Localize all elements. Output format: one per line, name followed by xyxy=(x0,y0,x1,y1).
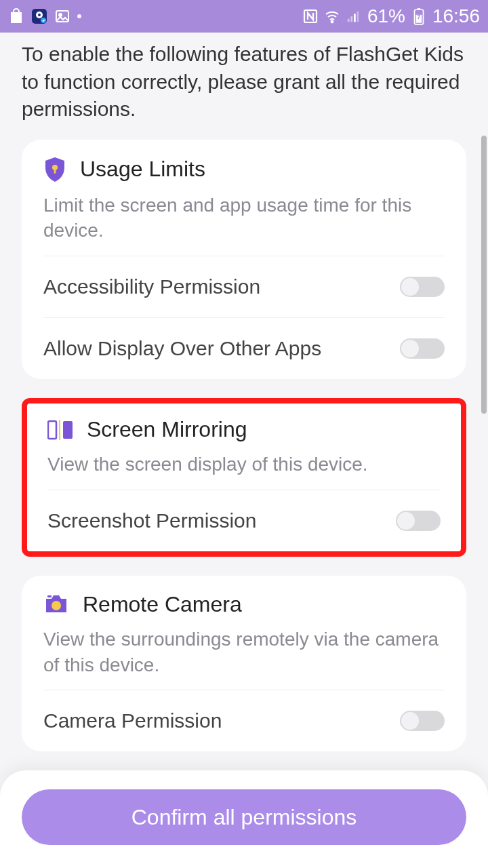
status-right: 61% 7 16:56 xyxy=(302,5,480,27)
svg-rect-18 xyxy=(48,421,56,439)
toggle-off[interactable] xyxy=(400,711,445,731)
svg-rect-13 xyxy=(418,8,420,10)
perm-display-over-row[interactable]: Allow Display Over Other Apps xyxy=(43,318,445,374)
toggle-off[interactable] xyxy=(400,338,445,359)
scrollbar-thumb[interactable] xyxy=(481,136,487,414)
card-remote-camera: Remote Camera View the surroundings remo… xyxy=(22,576,466,752)
svg-rect-20 xyxy=(63,421,73,439)
bottom-sheet: Confirm all permissions xyxy=(0,770,488,868)
app-badge-icon xyxy=(31,8,47,24)
card-title: Usage Limits xyxy=(80,157,205,182)
svg-rect-9 xyxy=(350,16,352,22)
perm-label: Allow Display Over Other Apps xyxy=(43,337,321,360)
toggle-off[interactable] xyxy=(396,511,441,531)
card-desc: View the surroundings remotely via the c… xyxy=(43,627,445,691)
permissions-scroll[interactable]: Usage Limits Limit the screen and app us… xyxy=(0,140,488,869)
mirror-icon xyxy=(47,418,73,441)
svg-point-21 xyxy=(52,601,61,610)
svg-rect-8 xyxy=(348,19,350,22)
card-usage-limits: Usage Limits Limit the screen and app us… xyxy=(22,140,466,380)
signal-icon xyxy=(346,8,362,24)
card-desc: Limit the screen and app usage time for … xyxy=(43,193,445,257)
status-bar: 61% 7 16:56 xyxy=(0,0,488,33)
more-indicator-icon xyxy=(77,14,81,18)
battery-percent: 61% xyxy=(367,5,405,27)
svg-rect-19 xyxy=(59,420,60,440)
svg-rect-10 xyxy=(354,14,356,22)
svg-point-2 xyxy=(38,14,41,16)
wifi-icon xyxy=(324,8,340,24)
perm-label: Screenshot Permission xyxy=(47,509,256,532)
confirm-all-button[interactable]: Confirm all permissions xyxy=(22,789,466,845)
svg-rect-17 xyxy=(54,169,56,174)
card-title: Remote Camera xyxy=(83,592,242,617)
card-screen-mirroring: Screen Mirroring View the screen display… xyxy=(22,398,466,557)
gallery-icon xyxy=(54,8,70,24)
card-title: Screen Mirroring xyxy=(87,417,247,442)
intro-text: To enable the following features of Flas… xyxy=(0,33,488,140)
svg-text:7: 7 xyxy=(418,14,421,20)
bag-icon xyxy=(8,8,24,24)
perm-camera-row[interactable]: Camera Permission xyxy=(43,690,445,746)
battery-icon: 7 xyxy=(411,8,427,24)
nfc-icon xyxy=(302,8,319,24)
shield-icon xyxy=(43,156,66,183)
status-left-icons xyxy=(8,8,81,24)
perm-label: Camera Permission xyxy=(43,709,222,732)
clock-time: 16:56 xyxy=(432,5,480,27)
svg-point-5 xyxy=(59,14,62,16)
svg-rect-11 xyxy=(357,12,359,22)
camera-icon xyxy=(43,593,69,615)
perm-label: Accessibility Permission xyxy=(43,275,260,298)
card-desc: View the screen display of this device. xyxy=(47,452,441,490)
perm-accessibility-row[interactable]: Accessibility Permission xyxy=(43,256,445,318)
toggle-off[interactable] xyxy=(400,277,445,297)
svg-rect-22 xyxy=(47,595,52,597)
perm-screenshot-row[interactable]: Screenshot Permission xyxy=(47,490,441,546)
svg-point-7 xyxy=(331,21,333,23)
